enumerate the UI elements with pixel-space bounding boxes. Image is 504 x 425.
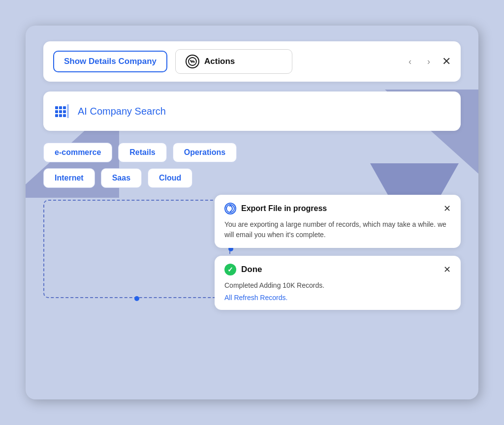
tag-operations[interactable]: Operations <box>173 143 237 162</box>
export-spinner-icon <box>224 203 236 214</box>
svg-rect-7 <box>63 110 66 113</box>
actions-button[interactable]: Actions <box>175 49 292 74</box>
refresh-records-link[interactable]: All Refresh Records. <box>224 294 287 302</box>
export-notif-close-button[interactable]: ✕ <box>443 203 451 214</box>
done-notif-close-button[interactable]: ✕ <box>443 264 451 275</box>
svg-rect-2 <box>55 106 58 109</box>
ai-company-search-label: AI Company Search <box>78 106 166 117</box>
svg-rect-10 <box>63 114 66 117</box>
nav-next-button[interactable]: › <box>423 55 434 69</box>
tag-internet[interactable]: Internet <box>43 168 95 188</box>
connector-dot-bottom <box>134 296 139 301</box>
done-notif-title-text: Done <box>241 265 262 274</box>
grid-building-icon <box>53 102 71 120</box>
tag-retails[interactable]: Retails <box>118 143 166 162</box>
svg-rect-11 <box>67 104 69 118</box>
refresh-circle-icon <box>225 204 235 213</box>
actions-icon <box>186 55 199 68</box>
notifications-panel: Export File in progress ✕ You are export… <box>215 195 461 310</box>
top-bar: Show Details Company Actions ‹ › ✕ <box>43 41 461 82</box>
wave-icon <box>188 57 197 66</box>
tags-row-1: e-commerce Retails Operations <box>43 143 461 162</box>
export-notif-title-text: Export File in progress <box>241 204 327 213</box>
done-check-icon: ✓ <box>224 264 236 275</box>
svg-rect-4 <box>63 106 66 109</box>
tag-ecommerce[interactable]: e-commerce <box>43 143 112 162</box>
tag-cloud[interactable]: Cloud <box>148 168 192 188</box>
done-notif-header: ✓ Done ✕ <box>224 264 451 275</box>
svg-rect-8 <box>55 114 58 117</box>
main-content: Show Details Company Actions ‹ › ✕ <box>43 41 461 298</box>
export-notif-title: Export File in progress <box>224 203 327 214</box>
done-notif-title-group: ✓ Done <box>224 264 262 275</box>
export-notif-header: Export File in progress ✕ <box>224 203 451 214</box>
svg-rect-6 <box>59 110 62 113</box>
search-bar: AI Company Search <box>43 91 461 131</box>
nav-prev-button[interactable]: ‹ <box>405 55 415 69</box>
actions-label: Actions <box>204 57 235 66</box>
selection-box <box>43 200 230 298</box>
topbar-close-button[interactable]: ✕ <box>442 55 451 68</box>
svg-rect-9 <box>59 114 62 117</box>
tag-saas[interactable]: Saas <box>101 168 142 188</box>
tags-row-2: Internet Saas Cloud <box>43 168 461 188</box>
done-notification-card: ✓ Done ✕ Completed Adding 10K Records. A… <box>215 256 461 310</box>
app-window: Show Details Company Actions ‹ › ✕ <box>26 26 478 399</box>
export-notification-card: Export File in progress ✕ You are export… <box>215 195 461 248</box>
tags-section: e-commerce Retails Operations Internet S… <box>43 143 461 188</box>
done-notif-body: Completed Adding 10K Records. <box>224 280 451 291</box>
svg-rect-5 <box>55 110 58 113</box>
show-details-button[interactable]: Show Details Company <box>53 51 167 72</box>
company-search-icon <box>53 102 71 120</box>
lower-section: Export File in progress ✕ You are export… <box>43 200 461 298</box>
svg-rect-3 <box>59 106 62 109</box>
export-notif-body: You are exporting a large number of reco… <box>224 219 451 240</box>
